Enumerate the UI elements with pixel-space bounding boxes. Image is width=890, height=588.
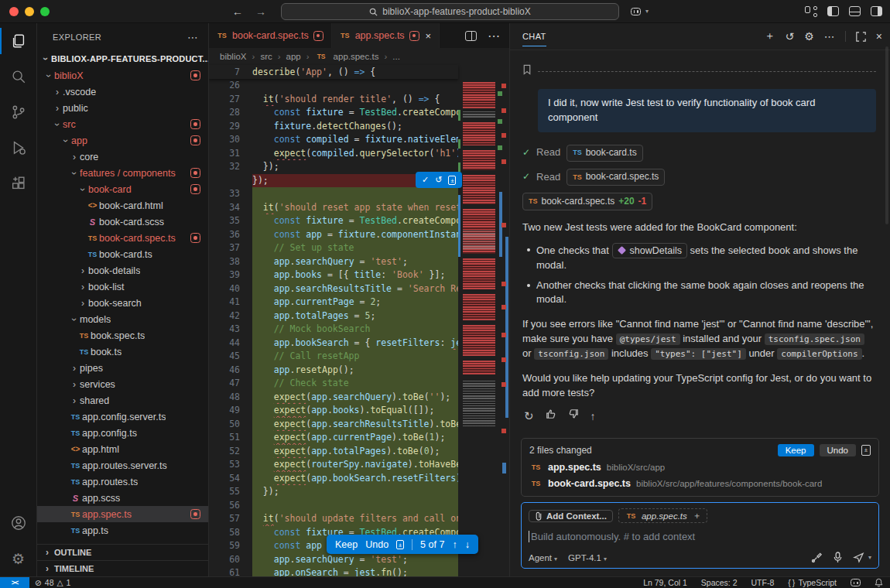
changed-file-pill[interactable]: TSbook-card.spec.ts+20-1 bbox=[522, 193, 652, 210]
code-line[interactable]: 29 fixture.detectChanges(); bbox=[209, 120, 458, 134]
tree-item-src[interactable]: ›src bbox=[37, 116, 208, 132]
overview-ruler[interactable] bbox=[498, 79, 509, 576]
breadcrumb-item[interactable]: ... bbox=[392, 52, 400, 61]
code-line[interactable]: 36 const app = fixture.componentInstance… bbox=[209, 228, 458, 242]
tree-item-shared[interactable]: ›shared bbox=[37, 392, 208, 409]
tree-item-book-search[interactable]: ›book-search bbox=[37, 295, 208, 311]
changed-file-row[interactable]: TS book-card.spec.ts biblioX/src/app/fea… bbox=[529, 478, 871, 489]
tree-item-app.routes.server.ts[interactable]: TSapp.routes.server.ts bbox=[37, 457, 208, 473]
tree-item-biblioX[interactable]: ›biblioX bbox=[37, 67, 208, 84]
breadcrumb-item[interactable]: src bbox=[260, 52, 272, 61]
command-center-search[interactable]: biblioX-app-features-product-biblioX bbox=[281, 3, 619, 20]
code-editor[interactable]: 2627 it('should render title', () => {28… bbox=[209, 79, 458, 576]
tree-item-book-card.spec.ts[interactable]: TSbook-card.spec.ts bbox=[37, 230, 208, 246]
chat-scrollbar[interactable] bbox=[885, 46, 888, 224]
problems-indicator[interactable]: ⊘ 48 △ 1 bbox=[29, 578, 76, 587]
symbol-pill[interactable]: showDetails bbox=[612, 243, 687, 258]
run-debug-icon[interactable] bbox=[0, 130, 37, 166]
step-file-pill[interactable]: TSbook-card.ts bbox=[567, 145, 643, 162]
model-selector[interactable]: GPT-4.1▾ bbox=[568, 553, 607, 562]
code-line[interactable]: 30 const compiled = fixture.nativeElemen… bbox=[209, 133, 458, 147]
microphone-icon[interactable] bbox=[833, 552, 843, 563]
view-file-icon[interactable]: ± bbox=[396, 540, 404, 549]
new-chat-icon[interactable]: ＋ bbox=[765, 29, 775, 43]
next-edit-icon[interactable]: ↓ bbox=[465, 539, 470, 550]
tab-book-card-spec[interactable]: TS book-card.spec.ts bbox=[209, 23, 332, 48]
code-line[interactable]: 40 app.searchResultsTitle = 'Search Resu… bbox=[209, 282, 458, 296]
code-line[interactable]: 31 expect(compiled.querySelector('h1') bbox=[209, 147, 458, 161]
view-diff-icon[interactable]: ± bbox=[448, 176, 456, 185]
tab-app-spec[interactable]: TS app.spec.ts × bbox=[332, 23, 440, 48]
scroll-to-top-icon[interactable]: ↑ bbox=[590, 409, 596, 424]
tree-item-app.ts[interactable]: TSapp.ts bbox=[37, 522, 208, 538]
workspace-root-folder[interactable]: › BIBLIOX-APP-FEATURES-PRODUCT... bbox=[37, 50, 208, 67]
tree-item-app[interactable]: ›app bbox=[37, 132, 208, 149]
code-line[interactable]: 54 expect(app.bookSearch.resetFilters).t… bbox=[209, 472, 458, 486]
breadcrumb-item[interactable]: app.spec.ts bbox=[334, 52, 379, 61]
tree-item-book-details[interactable]: ›book-details bbox=[37, 262, 208, 279]
chat-more-actions-icon[interactable]: ⋯ bbox=[824, 30, 835, 43]
tree-item-app.config.server.ts[interactable]: TSapp.config.server.ts bbox=[37, 409, 208, 425]
tree-item-features---components[interactable]: ›features / components bbox=[37, 165, 208, 181]
discard-change-icon[interactable]: ↺ bbox=[435, 175, 442, 185]
copilot-status[interactable] bbox=[844, 579, 868, 586]
code-line[interactable]: 61 app.onSearch = jest.fn(); bbox=[209, 566, 458, 576]
tree-item-services[interactable]: ›services bbox=[37, 376, 208, 392]
tree-item-book-card.scss[interactable]: Sbook-card.scss bbox=[37, 214, 208, 230]
code-line[interactable]: 46 app.resetApp(); bbox=[209, 364, 458, 378]
customize-layout-icon[interactable] bbox=[805, 6, 817, 17]
code-line[interactable]: 28 const fixture = TestBed.createCompone… bbox=[209, 106, 458, 120]
tree-item-.vscode[interactable]: ›.vscode bbox=[37, 84, 208, 100]
chat-settings-gear-icon[interactable]: ⚙ bbox=[804, 30, 814, 43]
add-context-button[interactable]: Add Context... bbox=[529, 510, 613, 522]
code-line[interactable]: 43 // Mock bookSearch bbox=[209, 323, 458, 337]
code-line[interactable]: 38 app.searchQuery = 'test'; bbox=[209, 255, 458, 269]
close-window-button[interactable] bbox=[9, 7, 19, 16]
breadcrumb-item[interactable]: biblioX bbox=[220, 52, 247, 61]
mode-selector[interactable]: Agent▾ bbox=[529, 553, 557, 562]
chat-history-icon[interactable]: ↺ bbox=[786, 30, 795, 43]
code-line[interactable]: 48 expect(app.searchQuery).toBe(''); bbox=[209, 391, 458, 405]
undo-all-button[interactable]: Undo bbox=[820, 444, 857, 456]
code-line[interactable]: 42 app.totalPages = 5; bbox=[209, 309, 458, 323]
search-sidebar-icon[interactable] bbox=[0, 59, 37, 94]
accept-change-icon[interactable]: ✓ bbox=[422, 175, 429, 185]
code-line[interactable]: 57 it('should update filters and call on… bbox=[209, 512, 458, 526]
notifications-bell[interactable] bbox=[868, 578, 890, 587]
chat-tab[interactable]: CHAT bbox=[522, 32, 546, 46]
code-line[interactable]: 49 expect(app.books).toEqual([]); bbox=[209, 404, 458, 418]
extensions-icon[interactable] bbox=[0, 166, 37, 201]
toggle-panel-icon[interactable] bbox=[849, 6, 861, 16]
attached-context-pill[interactable]: TS app.spec.ts ＋ bbox=[618, 508, 707, 523]
view-all-edits-icon[interactable]: ± bbox=[861, 445, 871, 456]
thumbs-up-icon[interactable] bbox=[546, 409, 556, 424]
code-line[interactable]: 34 it('should reset app state when reset… bbox=[209, 201, 458, 215]
code-line[interactable]: 47 // Check state bbox=[209, 377, 458, 391]
code-line[interactable]: 53 expect(routerSpy.navigate).toHaveBeen… bbox=[209, 458, 458, 472]
code-line[interactable]: 51 expect(app.currentPage).toBe(1); bbox=[209, 431, 458, 445]
split-editor-icon[interactable] bbox=[465, 31, 477, 41]
thumbs-down-icon[interactable] bbox=[568, 409, 579, 424]
code-line[interactable]: 45 // Call resetApp bbox=[209, 350, 458, 364]
retry-icon[interactable]: ↻ bbox=[524, 408, 534, 425]
tree-item-book-card[interactable]: ›book-card bbox=[37, 181, 208, 197]
maximize-panel-icon[interactable] bbox=[856, 32, 866, 42]
tree-item-public[interactable]: ›public bbox=[37, 100, 208, 116]
tree-item-book.ts[interactable]: TSbook.ts bbox=[37, 344, 208, 360]
code-line[interactable]: 7describe('App', () => { bbox=[209, 65, 458, 79]
code-line[interactable]: 44 app.bookSearch = { resetFilters: jest… bbox=[209, 337, 458, 350]
code-line[interactable]: 27 it('should render title', () => { bbox=[209, 93, 458, 107]
code-line[interactable]: 39 app.books = [{ title: 'Book' }]; bbox=[209, 268, 458, 282]
zoom-window-button[interactable] bbox=[40, 7, 50, 16]
source-control-icon[interactable] bbox=[0, 94, 37, 130]
code-line[interactable]: 55 }); bbox=[209, 485, 458, 499]
previous-edit-icon[interactable]: ↑ bbox=[452, 539, 457, 550]
tree-item-pipes[interactable]: ›pipes bbox=[37, 360, 208, 376]
close-panel-icon[interactable]: × bbox=[876, 30, 882, 43]
tree-item-book-card.html[interactable]: <>book-card.html bbox=[37, 197, 208, 214]
code-line[interactable]: 41 app.currentPage = 2; bbox=[209, 296, 458, 309]
tree-item-book-list[interactable]: ›book-list bbox=[37, 279, 208, 295]
chat-input-box[interactable]: Add Context... TS app.spec.ts ＋ Build au… bbox=[521, 502, 879, 569]
minimap[interactable] bbox=[458, 79, 498, 576]
account-icon[interactable] bbox=[0, 505, 37, 541]
